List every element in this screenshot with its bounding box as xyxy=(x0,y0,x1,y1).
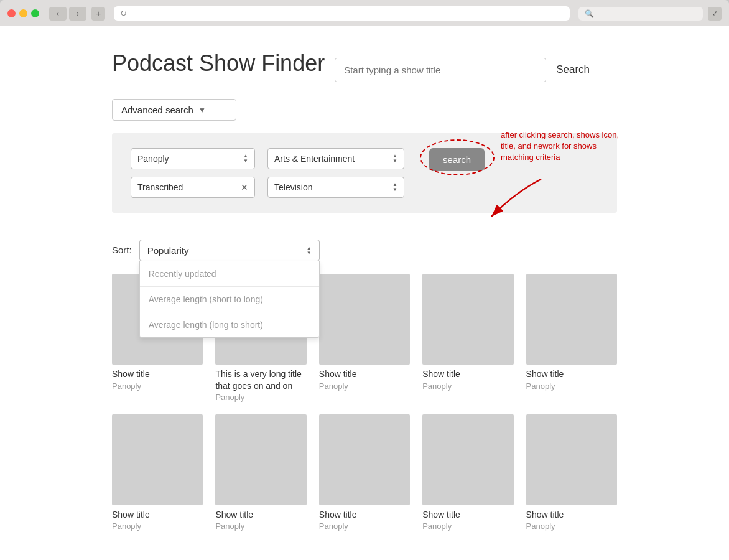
list-item[interactable]: Show title Panoply xyxy=(526,414,617,531)
show-network: Panoply xyxy=(215,393,306,402)
show-thumbnail xyxy=(526,414,617,505)
show-grid-row2: Show title Panoply Show title Panoply Sh… xyxy=(112,414,617,531)
new-tab-button[interactable]: + xyxy=(91,7,105,21)
subcategory-filter[interactable]: Television ▲▼ xyxy=(267,177,404,198)
maximize-button[interactable] xyxy=(31,9,39,17)
panel-right: Arts & Entertainment ▲▼ Television ▲▼ xyxy=(267,148,404,198)
show-title: Show title xyxy=(526,368,617,380)
browser-chrome: ‹ › + ↻ 🔍 ⤢ xyxy=(0,0,729,26)
sort-row: Sort: Popularity ▲▼ Recently updated Ave… xyxy=(112,240,617,261)
show-network: Panoply xyxy=(422,521,513,531)
browser-titlebar: ‹ › + ↻ 🔍 ⤢ xyxy=(0,0,729,26)
advanced-search-label: Advanced search xyxy=(121,105,193,115)
browser-search-icon: 🔍 xyxy=(585,9,594,18)
page-title: Podcast Show Finder xyxy=(112,50,325,77)
category-filter-value: Arts & Entertainment xyxy=(274,154,355,164)
search-annotation-area: search after clicking search, shows icon… xyxy=(429,148,485,171)
title-search-row: Podcast Show Finder Search xyxy=(112,50,617,89)
show-network: Panoply xyxy=(112,381,203,391)
list-item[interactable]: Show title Panoply xyxy=(319,274,410,402)
show-title: Show title xyxy=(422,368,513,380)
show-network: Panoply xyxy=(215,521,306,531)
browser-search-input[interactable] xyxy=(598,9,685,18)
traffic-lights xyxy=(7,9,39,17)
show-title: Show title xyxy=(319,368,410,380)
sort-dropdown: Recently updated Average length (short t… xyxy=(139,261,320,338)
close-button[interactable] xyxy=(7,9,16,17)
show-thumbnail xyxy=(422,274,513,365)
subcategory-filter-value: Television xyxy=(274,182,312,192)
show-network: Panoply xyxy=(526,521,617,531)
sort-spinner-icon: ▲▼ xyxy=(307,246,312,256)
show-title: Show title xyxy=(112,509,203,520)
show-title: Show title xyxy=(422,509,513,520)
show-network: Panoply xyxy=(526,381,617,391)
list-item[interactable]: Show title Panoply xyxy=(112,414,203,531)
spinner-arrows-icon-3: ▲▼ xyxy=(392,182,397,192)
panel-left: Panoply ▲▼ Transcribed ✕ xyxy=(131,148,255,198)
list-item[interactable]: Show title Panoply xyxy=(215,414,306,531)
annotation-text: after clicking search, shows icon, title… xyxy=(501,129,625,164)
show-network: Panoply xyxy=(112,521,203,531)
advanced-search-toggle[interactable]: Advanced search ▼ xyxy=(112,99,236,121)
sort-current-value: Popularity xyxy=(147,245,189,256)
spinner-arrows-icon-2: ▲▼ xyxy=(392,154,397,164)
sort-dropdown-container: Popularity ▲▼ Recently updated Average l… xyxy=(139,240,320,261)
show-thumbnail xyxy=(112,414,203,505)
sort-option-avg-short[interactable]: Average length (short to long) xyxy=(140,287,319,312)
spinner-arrows-icon: ▲▼ xyxy=(243,154,248,164)
sort-option-recently-updated[interactable]: Recently updated xyxy=(140,261,319,287)
network-filter[interactable]: Panoply ▲▼ xyxy=(131,148,255,169)
main-search-button[interactable]: Search xyxy=(556,63,590,76)
checkbox-x-icon: ✕ xyxy=(241,182,248,192)
browser-search-container: 🔍 xyxy=(578,7,703,21)
show-network: Panoply xyxy=(319,381,410,391)
show-thumbnail xyxy=(422,414,513,505)
network-filter-value: Panoply xyxy=(137,154,169,164)
show-title: Show title xyxy=(215,509,306,520)
page-content: Podcast Show Finder Search Advanced sear… xyxy=(0,26,729,560)
list-item[interactable]: Show title Panoply xyxy=(422,414,513,531)
show-title: Show title xyxy=(526,509,617,520)
show-thumbnail xyxy=(526,274,617,365)
sort-select[interactable]: Popularity ▲▼ xyxy=(139,240,320,261)
show-title: Show title xyxy=(319,509,410,520)
show-thumbnail xyxy=(319,274,410,365)
show-network: Panoply xyxy=(319,521,410,531)
show-network: Panoply xyxy=(422,381,513,391)
dashed-ellipse-annotation xyxy=(420,139,495,175)
sort-option-avg-long[interactable]: Average length (long to short) xyxy=(140,312,319,337)
list-item[interactable]: Show title Panoply xyxy=(526,274,617,402)
type-filter[interactable]: Transcribed ✕ xyxy=(131,177,255,198)
refresh-icon[interactable]: ↻ xyxy=(120,9,127,18)
address-input[interactable] xyxy=(131,9,564,18)
show-title: This is a very long title that goes on a… xyxy=(215,368,306,391)
type-filter-value: Transcribed xyxy=(137,182,183,192)
show-thumbnail xyxy=(215,414,306,505)
sort-label: Sort: xyxy=(112,240,132,255)
forward-button[interactable]: › xyxy=(69,7,86,21)
expand-button[interactable]: ⤢ xyxy=(708,7,722,21)
list-item[interactable]: Show title Panoply xyxy=(422,274,513,402)
show-title: Show title xyxy=(112,368,203,380)
annotation-arrow-icon xyxy=(479,179,554,229)
advanced-search-panel: Panoply ▲▼ Transcribed ✕ Arts & Entertai… xyxy=(112,133,617,213)
minimize-button[interactable] xyxy=(19,9,27,17)
show-thumbnail xyxy=(319,414,410,505)
back-button[interactable]: ‹ xyxy=(49,7,67,21)
show-title-search-input[interactable] xyxy=(335,58,546,82)
list-item[interactable]: Show title Panoply xyxy=(319,414,410,531)
category-filter[interactable]: Arts & Entertainment ▲▼ xyxy=(267,148,404,169)
address-bar-container: ↻ xyxy=(114,6,570,21)
browser-nav: ‹ › xyxy=(49,7,86,21)
dropdown-arrow-icon: ▼ xyxy=(198,106,206,114)
